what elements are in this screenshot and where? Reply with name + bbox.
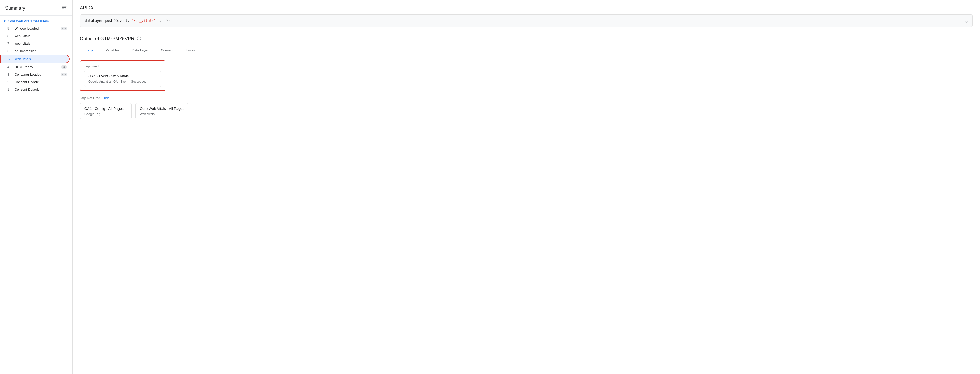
item-label: Consent Update xyxy=(14,80,67,84)
tags-not-fired-label: Tags Not Fired xyxy=(80,96,100,100)
chevron-down-icon: ⌄ xyxy=(965,18,968,23)
tag-card[interactable]: GA4 - Event - Web Vitals Google Analytic… xyxy=(84,71,161,87)
item-number: 2 xyxy=(7,80,13,84)
tag-card-subtitle: Google Analytics: GA4 Event - Succeeded xyxy=(88,80,157,83)
api-call-title: API Call xyxy=(80,5,973,11)
sidebar-item-consent-default[interactable]: 1 Consent Default xyxy=(0,86,70,93)
sidebar-header: Summary xyxy=(0,0,72,16)
item-number: 8 xyxy=(7,34,13,38)
item-label: Window Loaded xyxy=(14,26,60,30)
sidebar-group-label: Core Web Vitals measurem... xyxy=(8,19,52,23)
code-block[interactable]: dataLayer.push({event: "web_vitals", ...… xyxy=(80,14,973,27)
sidebar: Summary ▼ Core Web Vitals measurem... 9 … xyxy=(0,0,73,374)
sidebar-item-ad-impression[interactable]: 6 ad_impression xyxy=(0,47,70,55)
tab-variables[interactable]: Variables xyxy=(99,46,126,55)
help-icon[interactable]: ⓘ xyxy=(137,36,141,41)
item-label: ad_impression xyxy=(14,49,67,53)
main-content: API Call dataLayer.push({event: "web_vit… xyxy=(73,0,980,374)
not-fired-card-1[interactable]: Core Web Vitals - All Pages Web Vitals xyxy=(135,103,188,119)
sidebar-title: Summary xyxy=(5,5,25,11)
item-number: 4 xyxy=(7,65,13,69)
tab-errors[interactable]: Errors xyxy=(180,46,201,55)
tags-fired-label: Tags Fired xyxy=(84,65,161,68)
item-number: 6 xyxy=(7,49,13,53)
not-fired-card-subtitle: Google Tag xyxy=(84,112,127,116)
tab-tags[interactable]: Tags xyxy=(80,46,99,55)
tags-not-fired-section: Tags Not Fired Hide GA4 - Config - All P… xyxy=(80,96,973,119)
output-title: Output of GTM-PMZ5VPR xyxy=(80,36,134,41)
sidebar-item-web-vitals-8[interactable]: 8 web_vitals xyxy=(0,32,70,40)
sidebar-item-web-vitals-7[interactable]: 7 web_vitals xyxy=(0,40,70,47)
sidebar-item-web-vitals-5[interactable]: 5 web_vitals xyxy=(0,55,70,63)
item-number: 3 xyxy=(7,73,13,76)
not-fired-cards: GA4 - Config - All Pages Google Tag Core… xyxy=(80,103,973,119)
sidebar-group-header[interactable]: ▼ Core Web Vitals measurem... xyxy=(0,18,72,25)
tabs-row: Tags Variables Data Layer Consent Errors xyxy=(80,46,973,55)
hide-link[interactable]: Hide xyxy=(103,96,110,100)
output-section: Output of GTM-PMZ5VPR ⓘ Tags Variables D… xyxy=(73,31,980,124)
code-badge: <> xyxy=(62,65,67,69)
code-badge: <> xyxy=(62,27,67,30)
code-badge: <> xyxy=(62,73,67,76)
code-text: dataLayer.push({event: "web_vitals", ...… xyxy=(85,19,170,22)
tags-fired-box: Tags Fired GA4 - Event - Web Vitals Goog… xyxy=(80,60,165,91)
not-fired-card-title: GA4 - Config - All Pages xyxy=(84,107,127,111)
item-number: 9 xyxy=(7,26,13,30)
sidebar-section: ▼ Core Web Vitals measurem... 9 Window L… xyxy=(0,16,72,95)
item-label: Consent Default xyxy=(14,88,67,91)
item-number: 1 xyxy=(7,88,13,91)
item-label: web_vitals xyxy=(15,57,66,61)
item-label: DOM Ready xyxy=(14,65,60,69)
sidebar-item-container-loaded[interactable]: 3 Container Loaded <> xyxy=(0,71,70,78)
api-call-section: API Call dataLayer.push({event: "web_vit… xyxy=(73,0,980,31)
tab-data-layer[interactable]: Data Layer xyxy=(126,46,155,55)
not-fired-card-title: Core Web Vitals - All Pages xyxy=(140,107,184,111)
tag-card-title: GA4 - Event - Web Vitals xyxy=(88,74,157,78)
not-fired-card-subtitle: Web Vitals xyxy=(140,112,184,116)
filter-icon[interactable] xyxy=(62,5,67,12)
not-fired-card-0[interactable]: GA4 - Config - All Pages Google Tag xyxy=(80,103,132,119)
tags-not-fired-row: Tags Not Fired Hide xyxy=(80,96,973,100)
sidebar-item-dom-ready[interactable]: 4 DOM Ready <> xyxy=(0,63,70,71)
chevron-down-icon: ▼ xyxy=(3,19,6,23)
item-label: web_vitals xyxy=(14,41,67,45)
sidebar-item-consent-update[interactable]: 2 Consent Update xyxy=(0,78,70,86)
item-number: 7 xyxy=(7,41,13,45)
item-number: 5 xyxy=(8,57,13,61)
tab-consent[interactable]: Consent xyxy=(154,46,180,55)
sidebar-item-window-loaded[interactable]: 9 Window Loaded <> xyxy=(0,25,70,32)
item-label: web_vitals xyxy=(14,34,67,38)
output-header: Output of GTM-PMZ5VPR ⓘ xyxy=(80,36,973,41)
item-label: Container Loaded xyxy=(14,73,60,76)
